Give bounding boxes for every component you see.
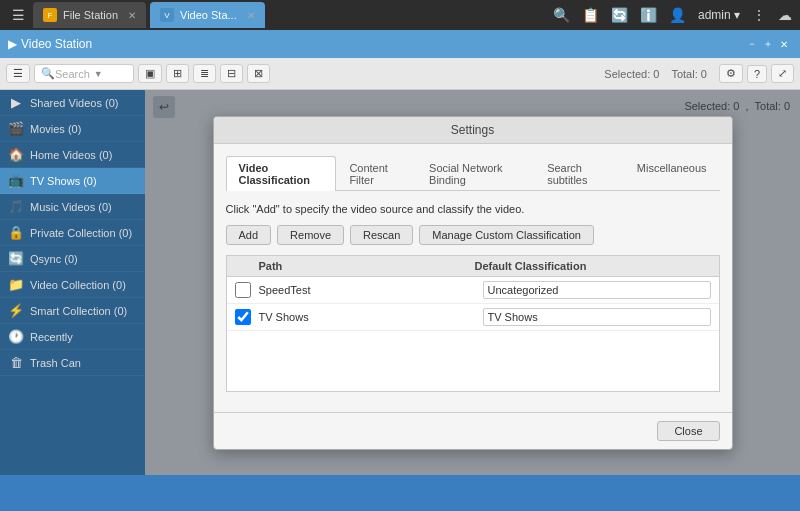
modal-instruction: Click "Add" to specify the video source … bbox=[226, 203, 720, 215]
grid-view-button[interactable]: ⊞ bbox=[166, 64, 189, 83]
file-station-tab-icon: F bbox=[43, 8, 57, 22]
sidebar-label-music-videos: Music Videos (0) bbox=[30, 201, 112, 213]
file-station-tab-label: File Station bbox=[63, 9, 118, 21]
sidebar-label-home-videos: Home Videos (0) bbox=[30, 149, 112, 161]
user-label[interactable]: admin ▾ bbox=[698, 8, 740, 22]
tab-file-station[interactable]: F File Station ✕ bbox=[33, 2, 146, 28]
sidebar-item-shared-videos[interactable]: ▶ Shared Videos (0) bbox=[0, 90, 145, 116]
more-icon[interactable]: ⋮ bbox=[752, 7, 766, 23]
tab-video-station[interactable]: V Video Sta... ✕ bbox=[150, 2, 265, 28]
remove-button[interactable]: Remove bbox=[277, 225, 344, 245]
sidebar: ▶ Shared Videos (0) 🎬 Movies (0) 🏠 Home … bbox=[0, 90, 145, 475]
row-tvshows-class-container: Uncategorized TV Shows Movies Home Video… bbox=[483, 308, 711, 326]
tab-miscellaneous[interactable]: Miscellaneous bbox=[624, 156, 720, 191]
maximize-button[interactable]: ＋ bbox=[760, 36, 776, 52]
video-station-tab-icon: V bbox=[160, 8, 174, 22]
close-window-button[interactable]: ✕ bbox=[776, 36, 792, 52]
add-button[interactable]: Add bbox=[226, 225, 272, 245]
table-empty-area bbox=[227, 331, 719, 391]
shared-videos-icon: ▶ bbox=[8, 95, 24, 110]
sidebar-item-movies[interactable]: 🎬 Movies (0) bbox=[0, 116, 145, 142]
settings-button[interactable]: ⚙ bbox=[719, 64, 743, 83]
row-tvshows-path: TV Shows bbox=[259, 311, 483, 323]
video-station-tab-close[interactable]: ✕ bbox=[247, 10, 255, 21]
settings-modal: Settings Video Classification Content Fi… bbox=[213, 116, 733, 450]
browser-bar: ☰ F File Station ✕ V Video Sta... ✕ 🔍 📋 … bbox=[0, 0, 800, 30]
main-content: ↩ Selected: 0 , Total: 0 Settings Video … bbox=[145, 90, 800, 475]
sidebar-item-private-collection[interactable]: 🔒 Private Collection (0) bbox=[0, 220, 145, 246]
modal-tabs: Video Classification Content Filter Soci… bbox=[226, 156, 720, 191]
row-speedtest-classification-select[interactable]: Uncategorized TV Shows Movies Home Video… bbox=[483, 281, 711, 299]
sidebar-label-video-collection: Video Collection (0) bbox=[30, 279, 126, 291]
browser-actions: 🔍 📋 🔄 ℹ️ 👤 admin ▾ ⋮ ☁ bbox=[553, 7, 792, 23]
app-window: ▶ Video Station － ＋ ✕ ☰ 🔍 Search ▼ ▣ ⊞ ≣… bbox=[0, 30, 800, 475]
sidebar-item-recently[interactable]: 🕐 Recently bbox=[0, 324, 145, 350]
row-speedtest-checkbox[interactable] bbox=[235, 282, 251, 298]
classification-table: Path Default Classification SpeedTest Un… bbox=[226, 255, 720, 392]
selected-status: Selected: 0 bbox=[604, 68, 659, 80]
sidebar-label-movies: Movies (0) bbox=[30, 123, 81, 135]
tab-search-subtitles[interactable]: Search subtitles bbox=[534, 156, 624, 191]
help-button[interactable]: ? bbox=[747, 65, 767, 83]
modal-action-buttons: Add Remove Rescan Manage Custom Classifi… bbox=[226, 225, 720, 245]
smart-collection-icon: ⚡ bbox=[8, 303, 24, 318]
detail-view-button[interactable]: ⊟ bbox=[220, 64, 243, 83]
row-tvshows-classification-select[interactable]: Uncategorized TV Shows Movies Home Video… bbox=[483, 308, 711, 326]
minimize-button[interactable]: － bbox=[744, 36, 760, 52]
modal-title: Settings bbox=[214, 117, 732, 144]
search-placeholder: Search bbox=[55, 68, 90, 80]
sidebar-item-smart-collection[interactable]: ⚡ Smart Collection (0) bbox=[0, 298, 145, 324]
cloud-icon[interactable]: ☁ bbox=[778, 7, 792, 23]
refresh-icon[interactable]: 🔄 bbox=[611, 7, 628, 23]
modal-overlay: Settings Video Classification Content Fi… bbox=[145, 90, 800, 475]
file-station-tab-close[interactable]: ✕ bbox=[128, 10, 136, 21]
table-row: TV Shows Uncategorized TV Shows Movies H… bbox=[227, 304, 719, 331]
tab-video-classification[interactable]: Video Classification bbox=[226, 156, 337, 191]
video-station-tab-label: Video Sta... bbox=[180, 9, 237, 21]
table-header-path: Path bbox=[235, 260, 475, 272]
sidebar-label-trash-can: Trash Can bbox=[30, 357, 81, 369]
user-icon[interactable]: 👤 bbox=[669, 7, 686, 23]
list-view-1-button[interactable]: ▣ bbox=[138, 64, 162, 83]
search-dropdown-icon[interactable]: ▼ bbox=[94, 69, 103, 79]
sidebar-item-qsync[interactable]: 🔄 Qsync (0) bbox=[0, 246, 145, 272]
hamburger-menu[interactable]: ☰ bbox=[8, 3, 29, 27]
sidebar-label-shared-videos: Shared Videos (0) bbox=[30, 97, 118, 109]
sidebar-label-private-collection: Private Collection (0) bbox=[30, 227, 132, 239]
rescan-button[interactable]: Rescan bbox=[350, 225, 413, 245]
sidebar-item-trash-can[interactable]: 🗑 Trash Can bbox=[0, 350, 145, 376]
table-header-classification: Default Classification bbox=[475, 260, 711, 272]
sidebar-item-tv-shows[interactable]: 📺 TV Shows (0) bbox=[0, 168, 145, 194]
search-bar-icon: 🔍 bbox=[41, 67, 55, 80]
home-videos-icon: 🏠 bbox=[8, 147, 24, 162]
tab-content-filter[interactable]: Content Filter bbox=[336, 156, 416, 191]
table-row: SpeedTest Uncategorized TV Shows Movies … bbox=[227, 277, 719, 304]
sidebar-item-video-collection[interactable]: 📁 Video Collection (0) bbox=[0, 272, 145, 298]
total-status: Total: 0 bbox=[671, 68, 706, 80]
expand-button[interactable]: ⤢ bbox=[771, 64, 794, 83]
close-button[interactable]: Close bbox=[657, 421, 719, 441]
modal-body: Video Classification Content Filter Soci… bbox=[214, 144, 732, 404]
sidebar-item-music-videos[interactable]: 🎵 Music Videos (0) bbox=[0, 194, 145, 220]
table-header: Path Default Classification bbox=[227, 256, 719, 277]
clipboard-icon[interactable]: 📋 bbox=[582, 7, 599, 23]
tab-social-network-binding[interactable]: Social Network Binding bbox=[416, 156, 534, 191]
row-tvshows-checkbox[interactable] bbox=[235, 309, 251, 325]
info-icon[interactable]: ℹ️ bbox=[640, 7, 657, 23]
search-bar[interactable]: 🔍 Search ▼ bbox=[34, 64, 134, 83]
search-icon[interactable]: 🔍 bbox=[553, 7, 570, 23]
trash-can-icon: 🗑 bbox=[8, 355, 24, 370]
content-area: ▶ Shared Videos (0) 🎬 Movies (0) 🏠 Home … bbox=[0, 90, 800, 475]
row-speedtest-class-container: Uncategorized TV Shows Movies Home Video… bbox=[483, 281, 711, 299]
app-title: Video Station bbox=[17, 37, 744, 51]
thumb-view-button[interactable]: ⊠ bbox=[247, 64, 270, 83]
manage-custom-button[interactable]: Manage Custom Classification bbox=[419, 225, 594, 245]
tv-shows-icon: 📺 bbox=[8, 173, 24, 188]
sidebar-toggle-button[interactable]: ☰ bbox=[6, 64, 30, 83]
list-view-2-button[interactable]: ≣ bbox=[193, 64, 216, 83]
sidebar-label-recently: Recently bbox=[30, 331, 73, 343]
row-speedtest-path: SpeedTest bbox=[259, 284, 483, 296]
recently-icon: 🕐 bbox=[8, 329, 24, 344]
sidebar-label-qsync: Qsync (0) bbox=[30, 253, 78, 265]
sidebar-item-home-videos[interactable]: 🏠 Home Videos (0) bbox=[0, 142, 145, 168]
